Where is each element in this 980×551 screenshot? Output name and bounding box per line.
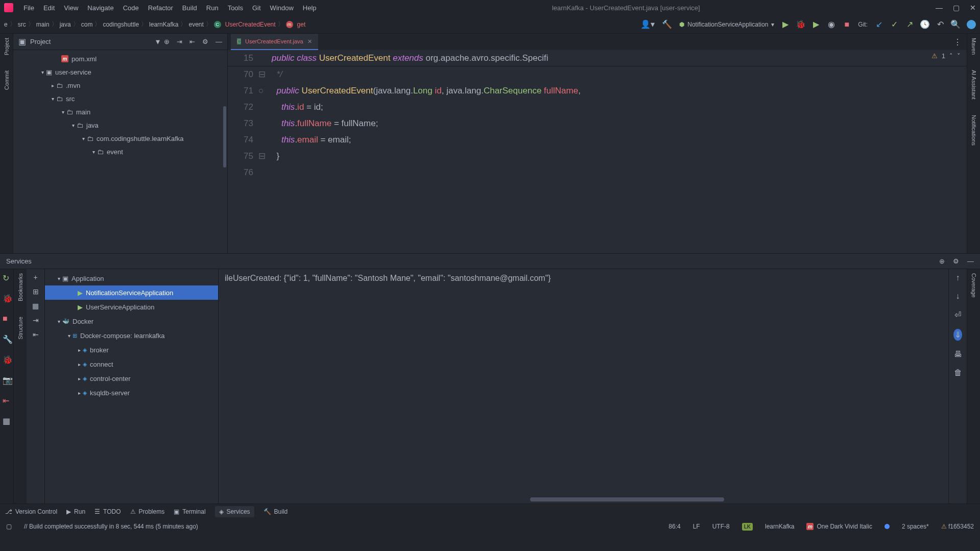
menu-window[interactable]: Window (270, 4, 294, 12)
menu-navigate[interactable]: Navigate (87, 4, 113, 12)
sticky-scroll-header[interactable]: 15 public class UserCreatedEvent extends… (228, 50, 967, 66)
breadcrumb[interactable]: e〉 src〉 main〉 java〉 com〉 codingshuttle〉 … (4, 20, 640, 29)
menu-run[interactable]: Run (206, 4, 219, 12)
git-push-icon[interactable]: ↗ (905, 20, 914, 29)
camera-icon[interactable]: 📷 (3, 375, 11, 384)
bookmarks-tool-button[interactable]: Bookmarks (17, 273, 23, 301)
group-icon[interactable]: ⊞ (33, 288, 39, 296)
select-opened-file-icon[interactable]: ⊕ (164, 38, 170, 45)
services-tree-row[interactable]: ▾▣Application (45, 271, 218, 285)
search-icon[interactable]: 🔍 (951, 20, 960, 29)
project-tool-button[interactable]: Project (4, 38, 10, 55)
git-branch[interactable]: learnKafka (765, 523, 794, 530)
rerun-icon[interactable]: ↻ (3, 273, 11, 281)
menu-help[interactable]: Help (303, 4, 317, 12)
filter-icon[interactable]: ▦ (32, 302, 39, 310)
warning-icon[interactable]: ⚠ (931, 52, 938, 60)
collapse-all-icon[interactable]: ⇤ (189, 38, 195, 45)
tree-row[interactable]: ▾▣user-service (13, 65, 227, 79)
up-icon[interactable]: ↑ (956, 273, 960, 282)
scrollbar-thumb[interactable] (530, 497, 724, 501)
minimize-icon[interactable]: — (936, 4, 943, 12)
terminal-button[interactable]: ▣Terminal (174, 508, 205, 515)
stop-icon[interactable]: ■ (843, 20, 851, 29)
maximize-icon[interactable]: ▢ (953, 4, 960, 12)
menu-build[interactable]: Build (182, 4, 197, 12)
problems-button[interactable]: ⚠Problems (130, 508, 165, 515)
tree-row[interactable]: ▸🗀.mvn (13, 79, 227, 92)
hide-icon[interactable]: — (967, 257, 974, 265)
hide-icon[interactable]: — (216, 38, 222, 45)
todo-button[interactable]: ☰TODO (94, 508, 121, 515)
add-icon[interactable]: + (33, 273, 37, 281)
collapse-icon[interactable]: ⇤ (33, 330, 39, 339)
tool-window-icon[interactable]: ▢ (6, 523, 12, 530)
close-tab-icon[interactable]: ✕ (307, 38, 312, 45)
services-console[interactable]: ileUserCreated: {"id": 1, "fullName": "S… (219, 269, 948, 504)
services-tree-row[interactable]: ▶UserServiceApplication (45, 300, 218, 314)
menu-tools[interactable]: Tools (228, 4, 243, 12)
editor-tab[interactable]: C UserCreatedEvent.java ✕ (231, 34, 318, 50)
code-area[interactable]: */ public UserCreatedEvent(java.lang.Lon… (269, 66, 967, 253)
line-gutter[interactable]: 70717273747576 (228, 66, 258, 253)
project-title[interactable]: Project (30, 38, 152, 45)
git-commit-icon[interactable]: ✓ (890, 20, 898, 29)
theme-name[interactable]: mOne Dark Vivid Italic (806, 523, 872, 531)
line-separator[interactable]: LF (693, 523, 700, 530)
layout-icon[interactable]: ▦ (3, 416, 11, 424)
run-config-selector[interactable]: ⬢ NotificationServiceApplication ▾ (679, 21, 774, 28)
scrollbar-thumb[interactable] (223, 106, 226, 167)
services-tree[interactable]: ▾▣Application▶NotificationServiceApplica… (45, 269, 219, 504)
menu-edit[interactable]: Edit (43, 4, 55, 12)
coverage-tool-button[interactable]: Coverage (971, 273, 977, 298)
next-highlight-icon[interactable]: ˅ (957, 52, 961, 60)
gear-icon[interactable]: ⚙ (953, 257, 959, 265)
debug-icon[interactable]: 🐞 (797, 20, 805, 29)
services-tree-row[interactable]: ▶NotificationServiceApplication (45, 285, 218, 300)
services-button[interactable]: ◈Services (215, 506, 254, 517)
services-tree-row[interactable]: ▾⊞Docker-compose: learnkafka (45, 328, 218, 343)
debug2-icon[interactable]: 🐞 (3, 355, 11, 363)
code-with-me-icon[interactable]: 👤▾ (640, 19, 655, 29)
tree-row[interactable]: ▾🗀main (13, 105, 227, 118)
git-revision[interactable]: ⚠ f1653452 (941, 523, 974, 530)
caret-position[interactable]: 86:4 (668, 523, 680, 530)
project-tree[interactable]: mpom.xml▾▣user-service▸🗀.mvn▾🗀src▾🗀main▾… (13, 50, 227, 253)
scroll-end-icon[interactable]: ⇓ (953, 329, 962, 341)
indent-info[interactable]: 2 spaces* (902, 523, 929, 530)
ai-assistant-tool-button[interactable]: AI Assistant (971, 70, 977, 99)
tab-options-icon[interactable]: ⋮ (953, 37, 967, 47)
fold-gutter[interactable]: ⊟○ ⊟ (258, 66, 269, 253)
menu-file[interactable]: File (23, 4, 34, 12)
structure-tool-button[interactable]: Structure (17, 317, 23, 340)
services-tree-row[interactable]: ▸◈broker (45, 343, 218, 357)
build-button[interactable]: 🔨Build (264, 508, 288, 515)
commit-tool-button[interactable]: Commit (4, 70, 10, 90)
services-tree-row[interactable]: ▸◈connect (45, 357, 218, 371)
services-tree-row[interactable]: ▸◈ksqldb-server (45, 386, 218, 400)
stop-icon[interactable]: ■ (3, 314, 11, 322)
tree-row[interactable]: ▾🗀src (13, 92, 227, 105)
coverage-icon[interactable]: ▶ (812, 20, 820, 29)
tree-row[interactable]: ▾🗀com.codingshuttle.learnKafka (13, 132, 227, 145)
tree-row[interactable]: mpom.xml (13, 52, 227, 65)
expand-all-icon[interactable]: ⇥ (177, 38, 182, 45)
version-control-button[interactable]: ⎇Version Control (5, 508, 57, 515)
services-tree-row[interactable]: ▸◈control-center (45, 371, 218, 386)
services-tree-row[interactable]: ▾🐳Docker (45, 314, 218, 328)
chevron-down-icon[interactable]: ▾ (156, 37, 160, 46)
git-history-icon[interactable]: 🕓 (921, 20, 929, 29)
expand-icon[interactable]: ⇥ (33, 316, 39, 324)
run-button[interactable]: ▶Run (66, 508, 85, 515)
git-update-icon[interactable]: ↙ (875, 20, 883, 29)
add-service-icon[interactable]: ⊕ (939, 257, 945, 265)
exit-icon[interactable]: ⇤ (3, 396, 11, 404)
file-encoding[interactable]: UTF-8 (712, 523, 730, 530)
profile-icon[interactable]: ◉ (827, 20, 835, 29)
debug-icon[interactable]: 🐞 (3, 294, 11, 302)
status-dot-icon[interactable] (885, 524, 890, 529)
prev-highlight-icon[interactable]: ˄ (949, 52, 953, 60)
menu-refactor[interactable]: Refactor (148, 4, 173, 12)
run-icon[interactable]: ▶ (781, 20, 790, 29)
menu-git[interactable]: Git (252, 4, 261, 12)
